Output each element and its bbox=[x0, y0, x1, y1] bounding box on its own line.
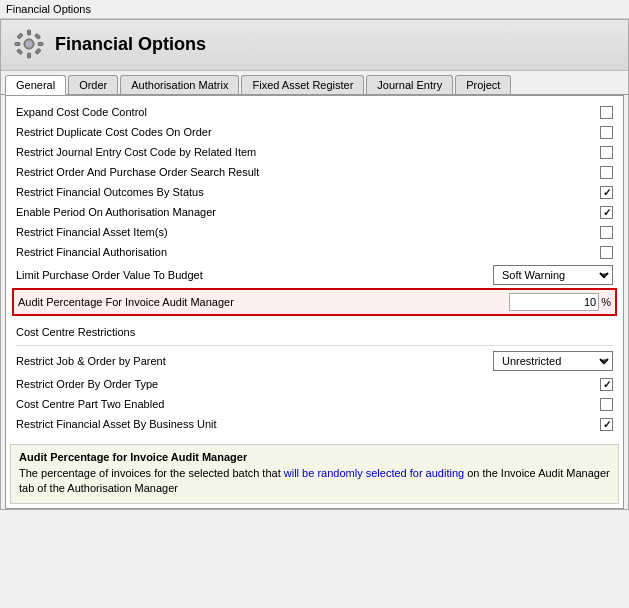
checkbox-expand-cost-code[interactable] bbox=[600, 106, 613, 119]
checkbox-restrict-financial-auth[interactable] bbox=[600, 246, 613, 259]
info-text-before: The percentage of invoices for the selec… bbox=[19, 467, 284, 479]
titlebar-text: Financial Options bbox=[6, 3, 91, 15]
tab-order[interactable]: Order bbox=[68, 75, 118, 94]
option-row-cost-centre-two: Cost Centre Part Two Enabled bbox=[16, 394, 613, 414]
section-header-row: Cost Centre Restrictions bbox=[16, 316, 613, 343]
option-control bbox=[600, 246, 613, 259]
section-header-label: Cost Centre Restrictions bbox=[16, 322, 135, 340]
audit-row: Audit Percentage For Invoice Audit Manag… bbox=[12, 288, 617, 316]
info-text-highlight: will be randomly selected for auditing bbox=[284, 467, 464, 479]
section-divider bbox=[16, 345, 613, 346]
option-label: Restrict Journal Entry Cost Code by Rela… bbox=[16, 146, 256, 158]
info-box-title: Audit Percentage for Invoice Audit Manag… bbox=[19, 451, 610, 463]
tab-general[interactable]: General bbox=[5, 75, 66, 95]
option-label: Restrict Financial Asset By Business Uni… bbox=[16, 418, 217, 430]
checkbox-restrict-financial-outcomes[interactable] bbox=[600, 186, 613, 199]
tabs-bar: General Order Authorisation Matrix Fixed… bbox=[1, 71, 628, 95]
option-row-restrict-duplicate: Restrict Duplicate Cost Codes On Order bbox=[16, 122, 613, 142]
option-row-limit-purchase-order: Limit Purchase Order Value To Budget Sof… bbox=[16, 262, 613, 288]
svg-rect-2 bbox=[28, 53, 31, 58]
tab-journal-entry[interactable]: Journal Entry bbox=[366, 75, 453, 94]
option-row-enable-period: Enable Period On Authorisation Manager bbox=[16, 202, 613, 222]
window-header: Financial Options bbox=[1, 20, 628, 71]
content-area: Expand Cost Code Control Restrict Duplic… bbox=[5, 95, 624, 509]
option-label: Cost Centre Part Two Enabled bbox=[16, 398, 164, 410]
options-list: Expand Cost Code Control Restrict Duplic… bbox=[6, 96, 623, 440]
limit-purchase-dropdown-wrapper: Soft Warning Hard Stop None bbox=[493, 265, 613, 285]
option-label: Restrict Job & Order by Parent bbox=[16, 355, 166, 367]
option-control bbox=[600, 378, 613, 391]
window: Financial Options General Order Authoris… bbox=[0, 19, 629, 510]
svg-rect-4 bbox=[38, 43, 43, 46]
svg-rect-5 bbox=[17, 33, 23, 39]
option-control bbox=[600, 126, 613, 139]
audit-input-wrapper: % bbox=[509, 293, 611, 311]
svg-rect-1 bbox=[28, 30, 31, 35]
option-control bbox=[600, 146, 613, 159]
option-row-restrict-financial-outcomes: Restrict Financial Outcomes By Status bbox=[16, 182, 613, 202]
checkbox-restrict-asset-business[interactable] bbox=[600, 418, 613, 431]
info-box: Audit Percentage for Invoice Audit Manag… bbox=[10, 444, 619, 504]
title-bar: Financial Options bbox=[0, 0, 629, 19]
svg-rect-8 bbox=[35, 48, 41, 54]
option-control bbox=[600, 186, 613, 199]
checkbox-restrict-duplicate[interactable] bbox=[600, 126, 613, 139]
checkbox-restrict-order-search[interactable] bbox=[600, 166, 613, 179]
option-row-expand-cost-code: Expand Cost Code Control bbox=[16, 102, 613, 122]
info-box-text: The percentage of invoices for the selec… bbox=[19, 466, 610, 497]
audit-label: Audit Percentage For Invoice Audit Manag… bbox=[18, 296, 234, 308]
limit-purchase-dropdown[interactable]: Soft Warning Hard Stop None bbox=[493, 265, 613, 285]
option-row-restrict-asset-business: Restrict Financial Asset By Business Uni… bbox=[16, 414, 613, 434]
audit-percentage-input[interactable] bbox=[509, 293, 599, 311]
option-row-restrict-financial-auth: Restrict Financial Authorisation bbox=[16, 242, 613, 262]
option-label: Expand Cost Code Control bbox=[16, 106, 147, 118]
restrict-job-dropdown-wrapper: Unrestricted Restricted bbox=[493, 351, 613, 371]
svg-point-9 bbox=[25, 40, 33, 48]
svg-rect-7 bbox=[17, 49, 23, 55]
option-label: Restrict Financial Outcomes By Status bbox=[16, 186, 204, 198]
option-row-restrict-asset-items: Restrict Financial Asset Item(s) bbox=[16, 222, 613, 242]
option-label: Restrict Financial Authorisation bbox=[16, 246, 167, 258]
option-label-limit-purchase: Limit Purchase Order Value To Budget bbox=[16, 269, 203, 281]
svg-rect-3 bbox=[15, 43, 20, 46]
option-row-restrict-journal: Restrict Journal Entry Cost Code by Rela… bbox=[16, 142, 613, 162]
checkbox-cost-centre-two[interactable] bbox=[600, 398, 613, 411]
option-row-restrict-order-type: Restrict Order By Order Type bbox=[16, 374, 613, 394]
audit-suffix: % bbox=[601, 296, 611, 308]
option-control-restrict-job: Unrestricted Restricted bbox=[493, 351, 613, 371]
checkbox-restrict-journal[interactable] bbox=[600, 146, 613, 159]
option-label: Restrict Order And Purchase Order Search… bbox=[16, 166, 259, 178]
option-control bbox=[600, 398, 613, 411]
option-control bbox=[600, 206, 613, 219]
tab-authorisation-matrix[interactable]: Authorisation Matrix bbox=[120, 75, 239, 94]
option-label: Restrict Order By Order Type bbox=[16, 378, 158, 390]
option-control bbox=[600, 226, 613, 239]
option-label: Restrict Financial Asset Item(s) bbox=[16, 226, 168, 238]
tab-fixed-asset-register[interactable]: Fixed Asset Register bbox=[241, 75, 364, 94]
checkbox-restrict-asset-items[interactable] bbox=[600, 226, 613, 239]
option-control-limit-purchase: Soft Warning Hard Stop None bbox=[493, 265, 613, 285]
option-label: Enable Period On Authorisation Manager bbox=[16, 206, 216, 218]
svg-rect-6 bbox=[35, 34, 41, 40]
checkbox-restrict-order-type[interactable] bbox=[600, 378, 613, 391]
option-control bbox=[600, 166, 613, 179]
window-title: Financial Options bbox=[55, 34, 206, 55]
restrict-job-dropdown[interactable]: Unrestricted Restricted bbox=[493, 351, 613, 371]
option-label: Restrict Duplicate Cost Codes On Order bbox=[16, 126, 212, 138]
option-row-restrict-order-search: Restrict Order And Purchase Order Search… bbox=[16, 162, 613, 182]
option-control bbox=[600, 106, 613, 119]
tab-project[interactable]: Project bbox=[455, 75, 511, 94]
gear-icon bbox=[13, 28, 45, 60]
option-control bbox=[600, 418, 613, 431]
checkbox-enable-period[interactable] bbox=[600, 206, 613, 219]
option-row-restrict-job-order: Restrict Job & Order by Parent Unrestric… bbox=[16, 348, 613, 374]
